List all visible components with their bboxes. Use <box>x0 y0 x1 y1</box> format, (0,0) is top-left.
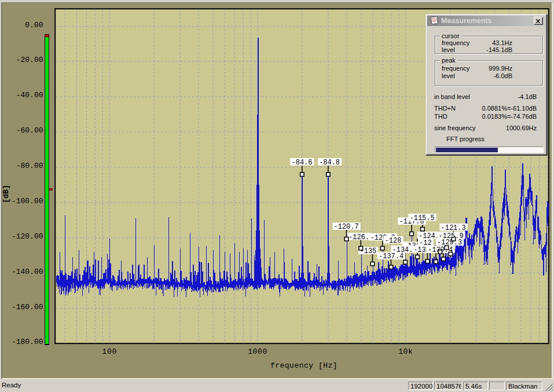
svg-text:-134.: -134. <box>392 246 413 254</box>
svg-text:-121.3: -121.3 <box>441 224 466 232</box>
svg-text:-128: -128 <box>385 237 402 245</box>
svg-text:-12: -12 <box>419 239 432 247</box>
svg-text:-126.: -126. <box>348 233 369 241</box>
svg-text:-115.5: -115.5 <box>410 214 435 222</box>
svg-text:-84.8: -84.8 <box>319 159 340 167</box>
svg-text:-84.6: -84.6 <box>292 159 313 167</box>
svg-text:-120.7: -120.7 <box>334 223 359 231</box>
svg-text:-129.3: -129.3 <box>437 239 462 247</box>
